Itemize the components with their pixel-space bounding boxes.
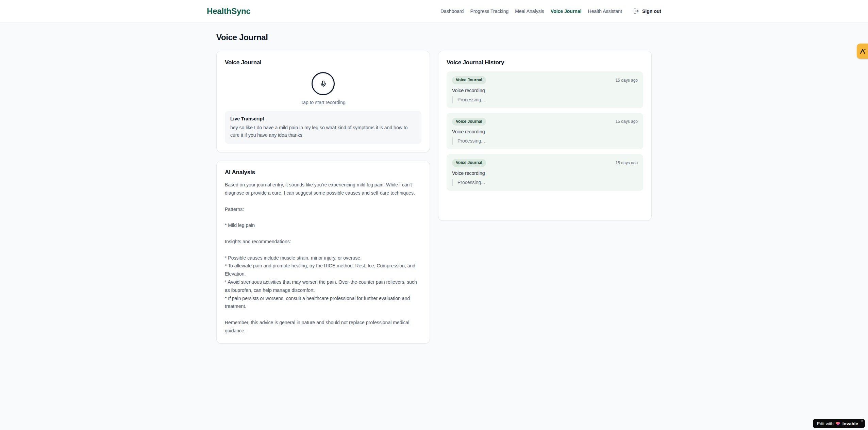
ai-analysis-text: Based on your journal entry, it sounds l… [225, 181, 421, 335]
sign-out-button[interactable]: Sign out [633, 8, 661, 14]
main-nav: Dashboard Progress Tracking Meal Analysi… [440, 8, 661, 14]
nav-item-progress-tracking[interactable]: Progress Tracking [470, 9, 508, 14]
history-list: Voice Journal 15 days ago Voice recordin… [447, 71, 643, 191]
main-content: Voice Journal Voice Journal [216, 22, 652, 344]
lovable-logo-icon [859, 48, 866, 55]
entry-status: Processing... [452, 96, 638, 103]
recorder-body: Tap to start recording Live Transcript h… [225, 66, 421, 144]
header-container: HealthSync Dashboard Progress Tracking M… [202, 6, 666, 16]
lovable-brand-label: lovable [842, 421, 858, 426]
entry-status: Processing... [452, 179, 638, 186]
entry-label: Voice recording [452, 170, 638, 176]
microphone-icon [320, 80, 327, 87]
right-column: Voice Journal History Voice Journal 15 d… [438, 51, 652, 221]
history-entry: Voice Journal 15 days ago Voice recordin… [447, 113, 643, 150]
live-transcript-text: hey so like I do have a mild pain in my … [230, 124, 416, 139]
ai-analysis-title: AI Analysis [225, 169, 421, 176]
edit-with-label: Edit with [817, 421, 834, 426]
voice-journal-history-card: Voice Journal History Voice Journal 15 d… [438, 51, 652, 221]
entry-timestamp: 15 days ago [616, 119, 638, 124]
entry-timestamp: 15 days ago [616, 161, 638, 165]
history-entry: Voice Journal 15 days ago Voice recordin… [447, 71, 643, 108]
record-button[interactable] [312, 72, 335, 95]
entry-type-badge: Voice Journal [452, 118, 486, 126]
left-column: Voice Journal Tap to start recording [216, 51, 430, 344]
recorder-card-title: Voice Journal [225, 59, 421, 66]
voice-recorder-card: Voice Journal Tap to start recording [216, 51, 430, 152]
page-title: Voice Journal [216, 33, 652, 42]
history-entry-header: Voice Journal 15 days ago [452, 118, 638, 126]
entry-status: Processing... [452, 137, 638, 145]
nav-item-voice-journal[interactable]: Voice Journal [551, 9, 582, 14]
live-transcript-title: Live Transcript [230, 116, 416, 121]
nav-item-health-assistant[interactable]: Health Assistant [588, 9, 622, 14]
edit-with-lovable-badge[interactable]: Edit with lovable × [813, 419, 865, 428]
entry-label: Voice recording [452, 129, 638, 134]
nav-item-meal-analysis[interactable]: Meal Analysis [515, 9, 544, 14]
history-card-title: Voice Journal History [447, 59, 643, 66]
close-icon[interactable]: × [861, 419, 863, 423]
nav-item-dashboard[interactable]: Dashboard [440, 9, 464, 14]
log-out-icon [633, 8, 639, 14]
top-navigation-bar: HealthSync Dashboard Progress Tracking M… [0, 0, 868, 22]
app-logo[interactable]: HealthSync [207, 6, 251, 16]
tap-to-record-hint: Tap to start recording [301, 100, 346, 105]
live-transcript-panel: Live Transcript hey so like I do have a … [225, 111, 421, 144]
entry-label: Voice recording [452, 88, 638, 93]
entry-type-badge: Voice Journal [452, 76, 486, 84]
ai-analysis-card: AI Analysis Based on your journal entry,… [216, 161, 430, 343]
entry-type-badge: Voice Journal [452, 159, 486, 167]
entry-timestamp: 15 days ago [616, 78, 638, 83]
lovable-heart-icon [836, 421, 840, 426]
history-entry-header: Voice Journal 15 days ago [452, 159, 638, 167]
content-grid: Voice Journal Tap to start recording [216, 51, 652, 344]
history-entry-header: Voice Journal 15 days ago [452, 76, 638, 84]
lovable-side-tab-button[interactable] [857, 44, 868, 59]
sign-out-label: Sign out [642, 9, 661, 14]
history-entry: Voice Journal 15 days ago Voice recordin… [447, 154, 643, 191]
